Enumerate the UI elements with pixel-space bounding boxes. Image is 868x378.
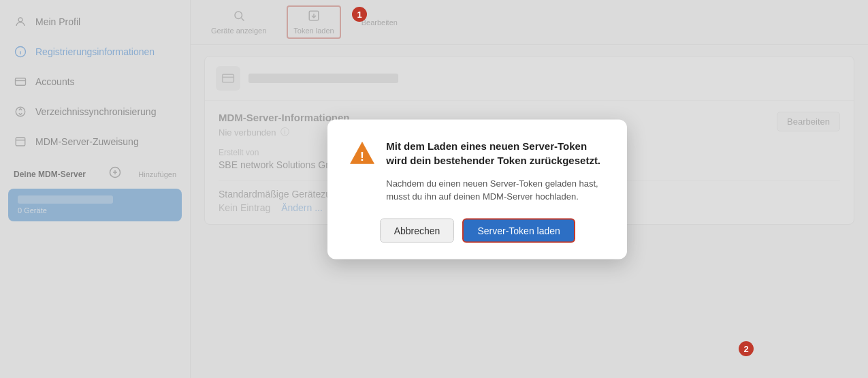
modal-footer: Abbrechen Server-Token laden <box>349 218 605 242</box>
badge-2: 2 <box>739 341 754 356</box>
warning-triangle-icon: ! <box>349 140 375 166</box>
modal-header: ! Mit dem Laden eines neuen Server-Token… <box>349 138 605 167</box>
cancel-button[interactable]: Abbrechen <box>380 218 455 242</box>
badge-1: 1 <box>352 7 367 22</box>
modal-dialog: ! Mit dem Laden eines neuen Server-Token… <box>327 119 627 259</box>
modal-body: Nachdem du einen neuen Server-Token gela… <box>349 176 605 203</box>
svg-text:!: ! <box>360 148 364 163</box>
server-token-laden-button[interactable]: Server-Token laden <box>462 218 575 242</box>
modal-title: Mit dem Laden eines neuen Server-Token w… <box>386 138 605 167</box>
